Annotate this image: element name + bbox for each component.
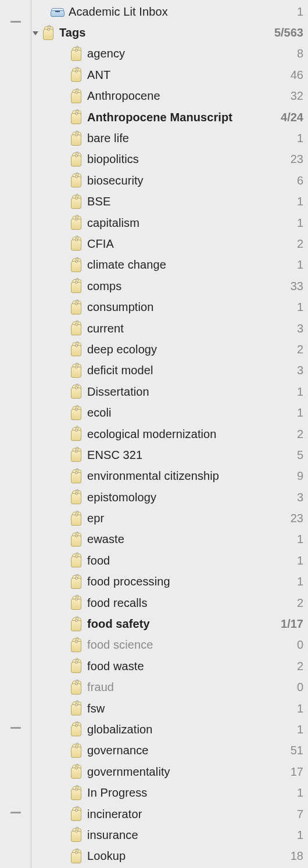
tree-item-tag[interactable]: Anthropocene Manuscript4/24 [31, 107, 308, 128]
tree-item-tag[interactable]: food waste2 [31, 656, 308, 677]
tree-item-tag[interactable]: current3 [31, 318, 308, 339]
tree-item-tag[interactable]: climate change1 [31, 255, 308, 276]
tree-item-tag[interactable]: capitalism1 [31, 212, 308, 233]
tag-icon [67, 638, 85, 653]
tree-item-count: 9 [277, 469, 303, 483]
tree-item-count: 46 [277, 68, 303, 82]
tree-item-label: In Progress [85, 786, 277, 800]
tree-item-tag[interactable]: environmental citizenship9 [31, 466, 308, 487]
tree-item-count: 0 [277, 638, 303, 652]
tree-item-tag[interactable]: Lookup18 [31, 846, 308, 867]
gutter-dash-icon [10, 812, 21, 813]
tree-item-count: 17 [277, 765, 303, 779]
tree-item-count: 1 [277, 575, 303, 588]
tree-item-tag[interactable]: BSE1 [31, 191, 308, 212]
tree-item-label: agency [85, 47, 277, 60]
tree-item-tag[interactable]: governance51 [31, 740, 308, 761]
tree-item-count: 1 [277, 5, 303, 19]
tree-item-label: deep ecology [85, 343, 277, 356]
tree-item-count: 1 [277, 723, 303, 736]
tree-item-label: climate change [85, 258, 277, 272]
inbox-icon [49, 6, 66, 17]
tree-item-tag[interactable]: ecoli1 [31, 402, 308, 423]
tree-item-tag[interactable]: biopolitics23 [31, 149, 308, 170]
disclosure-triangle-icon[interactable] [31, 30, 40, 37]
tree-item-label: Dissertation [85, 385, 277, 399]
tree-item-tag[interactable]: governmentality17 [31, 761, 308, 782]
tree-item-count: 1 [277, 829, 303, 842]
tag-icon [67, 321, 85, 336]
tag-icon [67, 490, 85, 505]
tree-item-inbox[interactable]: Academic Lit Inbox 1 [31, 1, 308, 22]
tree-item-tag[interactable]: fraud0 [31, 677, 308, 698]
tree-item-count: 2 [277, 596, 303, 610]
tree-item-tag[interactable]: food1 [31, 550, 308, 571]
tag-icon [67, 574, 85, 589]
tree-item-tag[interactable]: ANT46 [31, 64, 308, 85]
gutter-strip-1 [0, 0, 7, 868]
tag-icon [67, 532, 85, 547]
tree-item-label: consumption [85, 301, 277, 314]
tag-icon [67, 426, 85, 442]
tag-icon [67, 680, 85, 695]
tree-item-label: Anthropocene [85, 89, 277, 103]
tree-item-tags-header[interactable]: Tags 5/563 [31, 22, 308, 43]
tree-item-label: food science [85, 638, 277, 652]
tree-item-count: 1/17 [277, 617, 303, 631]
tree-item-tag[interactable]: ENSC 3215 [31, 444, 308, 465]
tree-item-count: 1 [277, 258, 303, 272]
tree-item-tag[interactable]: food processing1 [31, 572, 308, 592]
tree-item-tag[interactable]: deep ecology2 [31, 339, 308, 360]
tag-icon [67, 67, 85, 82]
tree-item-label: ENSC 321 [85, 449, 277, 462]
tree-item-tag[interactable]: Dissertation1 [31, 381, 308, 402]
tree-item-tag[interactable]: biosecurity6 [31, 170, 308, 191]
tree-item-count: 1 [277, 533, 303, 546]
tree-item-count: 3 [277, 491, 303, 504]
tag-icon [67, 194, 85, 209]
tag-icon [67, 447, 85, 462]
tree-item-tag[interactable]: fsw1 [31, 698, 308, 719]
tree-item-label: fsw [85, 702, 277, 715]
tree-item-tag[interactable]: food science0 [31, 635, 308, 656]
tree-item-count: 1 [277, 301, 303, 314]
tree-item-tag[interactable]: consumption1 [31, 296, 308, 317]
tree-item-label: bare life [85, 132, 277, 145]
tree-item-tag[interactable]: epistomology3 [31, 487, 308, 508]
tree-item-label: food processing [85, 575, 277, 588]
tree-item-label: biopolitics [85, 153, 277, 166]
tree-item-label: epistomology [85, 491, 277, 504]
tree-item-tag[interactable]: bare life1 [31, 128, 308, 149]
tree-item-count: 1 [277, 554, 303, 567]
tree-item-tag[interactable]: In Progress1 [31, 782, 308, 803]
tag-icon [67, 300, 85, 315]
tree-item-tag[interactable]: ecological modernization2 [31, 424, 308, 444]
tree-item-tag[interactable]: deficit model3 [31, 360, 308, 381]
tree-item-tag[interactable]: agency8 [31, 44, 308, 64]
tag-icon [67, 659, 85, 674]
tree-item-tag[interactable]: food recalls2 [31, 592, 308, 613]
tree-item-tag[interactable]: comps33 [31, 276, 308, 296]
tree-item-count: 1 [277, 406, 303, 419]
tag-icon [67, 363, 85, 378]
tree-item-tag[interactable]: ewaste1 [31, 529, 308, 550]
tag-icon [67, 806, 85, 822]
tree-item-count: 6 [277, 174, 303, 187]
tag-icon [67, 215, 85, 230]
tree-item-count: 1 [277, 216, 303, 230]
tree-item-tag[interactable]: epr23 [31, 508, 308, 529]
tag-icon [67, 701, 85, 716]
tree-item-label: governance [85, 744, 277, 757]
tree-item-tag[interactable]: globalization1 [31, 719, 308, 740]
tree-item-tag[interactable]: insurance1 [31, 824, 308, 845]
tree-item-label: governmentality [85, 765, 277, 779]
tree-item-count: 2 [277, 237, 303, 251]
tree-item-tag[interactable]: CFIA2 [31, 233, 308, 254]
tag-icon [67, 849, 85, 864]
tree-item-tag[interactable]: food safety1/17 [31, 613, 308, 634]
tree-item-tag[interactable]: incinerator7 [31, 804, 308, 824]
tree-item-tag[interactable]: Anthropocene32 [31, 86, 308, 107]
tree-item-count: 18 [277, 849, 303, 863]
tree-item-count: 3 [277, 322, 303, 335]
tag-icon [67, 279, 85, 294]
